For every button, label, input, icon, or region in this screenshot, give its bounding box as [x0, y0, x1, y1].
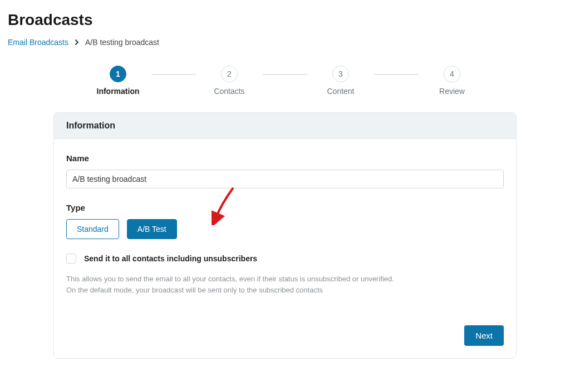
- panel-footer: Next: [66, 325, 504, 346]
- breadcrumb: Email Broadcasts A/B testing broadcast: [8, 38, 562, 47]
- type-label: Type: [66, 203, 504, 212]
- breadcrumb-current: A/B testing broadcast: [85, 38, 159, 47]
- type-abtest-button[interactable]: A/B Test: [127, 219, 177, 239]
- step-label: Information: [97, 87, 140, 96]
- step-label: Contacts: [214, 87, 244, 96]
- step-number: 1: [110, 66, 126, 82]
- step-number: 4: [444, 66, 460, 82]
- step-content[interactable]: 3 Content: [307, 66, 374, 96]
- step-information[interactable]: 1 Information: [85, 66, 151, 96]
- step-contacts[interactable]: 2 Contacts: [196, 66, 263, 96]
- stepper: 1 Information 2 Contacts 3 Content 4 Rev…: [85, 66, 485, 96]
- field-type: Type Standard A/B Test: [66, 203, 504, 239]
- step-number: 2: [221, 66, 238, 82]
- name-label: Name: [66, 153, 504, 163]
- step-review[interactable]: 4 Review: [419, 66, 485, 96]
- all-contacts-label: Send it to all contacts including unsubs…: [84, 254, 257, 263]
- help-text: This allows you to send the email to all…: [66, 274, 504, 295]
- step-label: Content: [327, 87, 354, 96]
- page-title: Broadcasts: [8, 11, 562, 29]
- next-button[interactable]: Next: [464, 325, 504, 346]
- step-label: Review: [439, 87, 465, 96]
- step-bar: [263, 74, 307, 75]
- help-line-1: This allows you to send the email to all…: [66, 275, 394, 283]
- name-input[interactable]: [66, 170, 504, 188]
- step-bar: [374, 74, 419, 75]
- panel-header: Information: [54, 113, 516, 139]
- field-name: Name: [66, 153, 504, 188]
- all-contacts-checkbox[interactable]: [66, 254, 76, 264]
- step-number: 3: [332, 66, 349, 82]
- breadcrumb-link-email-broadcasts[interactable]: Email Broadcasts: [8, 38, 68, 47]
- panel-information: Information Name Type: [53, 112, 517, 359]
- type-standard-button[interactable]: Standard: [66, 219, 119, 239]
- help-line-2: On the default mode, your broadcast will…: [66, 286, 323, 294]
- chevron-right-icon: [74, 39, 80, 45]
- checkbox-row-all-contacts: Send it to all contacts including unsubs…: [66, 254, 504, 264]
- step-bar: [151, 74, 196, 75]
- panel-body: Name Type Standard A/B Test Send it to a…: [54, 139, 516, 358]
